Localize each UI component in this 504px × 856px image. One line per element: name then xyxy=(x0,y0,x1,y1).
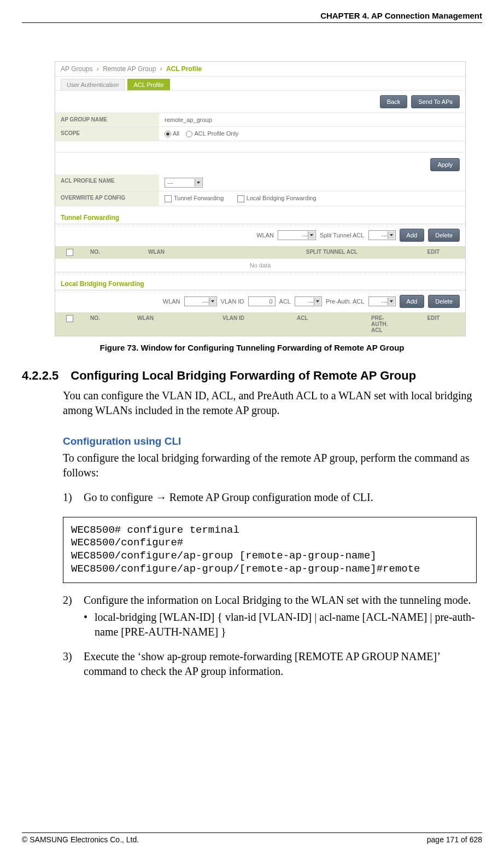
footer-copyright: © SAMSUNG Electronics Co., Ltd. xyxy=(22,835,139,844)
th-lno: NO. xyxy=(86,315,133,333)
check-local-bridging[interactable] xyxy=(237,195,244,202)
section-number: 4.2.2.5 xyxy=(22,369,58,383)
check-tunnel-fwd[interactable] xyxy=(165,195,172,202)
crumb-current: ACL Profile xyxy=(166,65,202,73)
section-local-bridging: Local Bridging Forwarding xyxy=(55,272,465,290)
embedded-ui-figure: AP Groups › Remote AP Group › ACL Profil… xyxy=(55,61,466,336)
local-acl-label: ACL xyxy=(279,298,291,305)
step-marker-1: 1) xyxy=(63,490,84,505)
radio-acl-only[interactable] xyxy=(186,131,192,137)
label-acl-profile-name: ACL PROFILE NAME xyxy=(55,174,159,191)
ordered-list: 1) Go to configure → Remote AP Group con… xyxy=(63,490,482,505)
section-heading: 4.2.2.5Configuring Local Bridging Forwar… xyxy=(22,369,482,383)
bullet-text: local-bridging [WLAN-ID] { vlan-id [VLAN… xyxy=(95,610,482,639)
section-title: Configuring Local Bridging Forwarding of… xyxy=(71,369,416,382)
tabs: User Authentication ACL Profile xyxy=(55,77,465,91)
tab-acl-profile[interactable]: ACL Profile xyxy=(127,79,169,90)
top-action-bar: Back Send To APs xyxy=(55,91,465,113)
local-delete-button[interactable]: Delete xyxy=(428,295,460,308)
crumb-1[interactable]: AP Groups xyxy=(61,65,92,73)
page-footer: © SAMSUNG Electronics Co., Ltd. page 171… xyxy=(22,832,482,844)
tunnel-stacl-label: Split Tunnel ACL xyxy=(320,232,364,238)
check-local-bridging-label: Local Bridging Forwarding xyxy=(247,195,317,201)
tunnel-add-button[interactable]: Add xyxy=(400,229,425,242)
bullet-icon: • xyxy=(84,610,95,639)
page-header: CHAPTER 4. AP Connection Management xyxy=(22,11,482,23)
code-block: WEC8500# configure terminal WEC8500/conf… xyxy=(63,517,477,583)
radio-all[interactable] xyxy=(165,131,171,137)
apply-button[interactable]: Apply xyxy=(430,158,460,171)
section-paragraph: You can configure the VLAN ID, ACL, and … xyxy=(63,388,477,418)
th-no: NO. xyxy=(86,249,144,256)
step-text-2: Configure the information on Local Bridg… xyxy=(84,593,482,608)
tunnel-nodata: No data xyxy=(55,259,465,272)
label-ap-group-name: AP GROUP NAME xyxy=(55,113,159,126)
tunnel-table-header: NO. WLAN SPLIT TUNNEL ACL EDIT xyxy=(55,246,465,259)
local-table-header: NO. WLAN VLAN ID ACL PRE-AUTH. ACL EDIT xyxy=(55,312,465,336)
step-text-1: Go to configure → Remote AP Group config… xyxy=(84,490,482,505)
local-check-all[interactable] xyxy=(66,315,73,322)
step-marker-3: 3) xyxy=(63,649,84,679)
select-acl-profile[interactable]: --- xyxy=(165,178,203,188)
check-tunnel-fwd-label: Tunnel Forwarding xyxy=(174,195,224,201)
local-wlan-label: WLAN xyxy=(163,298,180,305)
label-overwrite: OVERWRITE AP CONFIG xyxy=(55,191,159,206)
th-lwlan: WLAN xyxy=(133,315,218,333)
step-marker-2: 2) xyxy=(63,593,84,608)
radio-all-label: All xyxy=(173,130,179,137)
th-edit: EDIT xyxy=(402,249,465,256)
cli-paragraph: To configure the local bridging forwardi… xyxy=(63,451,477,480)
tunnel-delete-button[interactable]: Delete xyxy=(428,229,460,242)
section-tunnel-forwarding: Tunnel Forwarding xyxy=(55,206,465,224)
local-vlan-input[interactable]: 0 xyxy=(248,296,276,306)
th-lvlan: VLAN ID xyxy=(218,315,292,333)
local-vlan-label: VLAN ID xyxy=(221,298,244,305)
footer-page-number: page 171 of 628 xyxy=(427,835,482,844)
back-button[interactable]: Back xyxy=(380,95,407,108)
local-add-button[interactable]: Add xyxy=(400,295,425,308)
th-wlan: WLAN xyxy=(144,249,262,256)
local-acl-select[interactable]: --- xyxy=(295,296,322,306)
th-stacl: SPLIT TUNNEL ACL xyxy=(262,249,402,256)
send-to-aps-button[interactable]: Send To APs xyxy=(411,95,460,108)
cli-subheading: Configuration using CLI xyxy=(63,435,482,447)
tunnel-wlan-select[interactable]: --- xyxy=(278,230,316,240)
figure-caption: Figure 73. Window for Configuring Tunnel… xyxy=(22,343,482,352)
radio-acl-only-label: ACL Profile Only xyxy=(194,130,238,137)
th-lacl: ACL xyxy=(292,315,367,333)
breadcrumb: AP Groups › Remote AP Group › ACL Profil… xyxy=(55,62,465,77)
tunnel-stacl-select[interactable]: --- xyxy=(368,230,396,240)
tab-user-auth[interactable]: User Authentication xyxy=(61,79,125,90)
local-preauth-label: Pre-Auth. ACL xyxy=(326,298,364,305)
th-lpre: PRE-AUTH. ACL xyxy=(367,315,402,333)
value-ap-group-name: remote_ap_group xyxy=(159,113,465,126)
local-preauth-select[interactable]: --- xyxy=(368,296,396,306)
th-ledit: EDIT xyxy=(402,315,465,333)
tunnel-check-all[interactable] xyxy=(66,249,73,256)
step-text-3: Execute the ‘show ap-group remote-forwar… xyxy=(84,649,482,679)
crumb-2[interactable]: Remote AP Group xyxy=(103,65,156,73)
label-scope: SCOPE xyxy=(55,127,159,141)
local-wlan-select[interactable]: --- xyxy=(184,296,217,306)
tunnel-wlan-label: WLAN xyxy=(256,232,274,238)
